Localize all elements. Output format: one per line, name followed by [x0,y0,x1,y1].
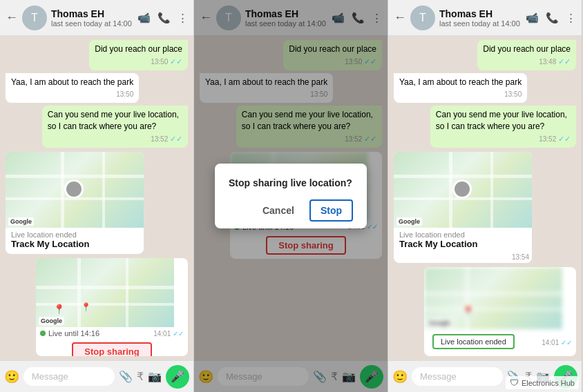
chat-input-1: 🙂 Message 📎 ₹ 📷 🎤 [0,360,193,392]
panel-2: ← T Thomas EH last seen today at 14:00 📹… [194,0,388,392]
chat-header-1: ← T Thomas EH last seen today at 14:00 📹… [0,0,193,36]
msg-time: 13:50 [11,90,133,99]
avatar-1: T [22,6,47,30]
stop-sharing-dialog: Stop sharing live location? Cancel Stop [215,164,367,228]
more-icon-1[interactable]: ⋮ [178,12,188,24]
rupee-icon-1[interactable]: ₹ [137,370,144,383]
msg-time: 13:48 ✓✓ [483,57,571,67]
msg-time: 13:50 ✓✓ [95,57,182,67]
google-label-3: Google [396,217,422,226]
emoji-icon-1[interactable]: 🙂 [4,369,19,384]
track-my-location-label-3: Track My Location [399,239,526,249]
google-label-ended: Google [427,319,452,327]
msg-text: Can you send me your live location, so I… [48,110,179,131]
video-call-icon-1[interactable]: 📹 [137,12,151,24]
live-map-card-1: 📍 📍 Google Live until 14:16 14:01 ✓✓ Sto… [36,258,188,356]
live-time: 14:01 ✓✓ [153,330,184,337]
live-map-image-ended: 📍 Google [424,267,562,329]
dialog-cancel-button[interactable]: Cancel [253,199,304,222]
contact-name-3: Thomas EH [439,8,522,19]
header-info-3: Thomas EH last seen today at 14:00 [439,8,522,28]
msg-time: 13:52 ✓✓ [48,134,182,144]
msg-text: Did you reach our place [95,44,182,54]
contact-name-1: Thomas EH [51,8,133,19]
msg-text: Yaa, I am about to reach the park [11,77,133,87]
msg-text: Yaa, I am about to reach the park [399,77,522,87]
dialog-title: Stop sharing live location? [229,177,353,188]
attach-icon-1[interactable]: 📎 [119,370,133,383]
live-until-text: Live until 14:16 [48,329,99,337]
track-my-location-label: Track My Location [11,239,138,249]
message-3-3: Can you send me your live location, so I… [430,106,576,148]
map-card-time: 13:54 [6,252,144,254]
message-1-1: Did you reach our place 13:50 ✓✓ [89,40,188,70]
back-button-1[interactable]: ← [6,10,18,25]
dialog-overlay: Stop sharing live location? Cancel Stop [194,0,388,392]
ended-time: 14:01 ✓✓ [542,339,572,346]
watermark-text: Electronics Hub [522,379,575,387]
live-dot [40,331,46,336]
message-1-2: Yaa, I am about to reach the park 13:50 [6,73,139,103]
map-user-pin-3 [452,179,472,199]
location-ended-text-3: Live location ended [399,231,526,239]
contact-status-3: last seen today at 14:00 [439,19,522,28]
back-button-3[interactable]: ← [394,10,406,25]
msg-time: 13:52 ✓✓ [436,134,571,144]
location-ended-badge: Live location ended [432,334,515,349]
stop-sharing-button-1[interactable]: Stop sharing [72,342,151,356]
header-info-1: Thomas EH last seen today at 14:00 [51,8,133,28]
map-card-ended-1: Google Live location ended Track My Loca… [6,152,144,254]
dialog-actions: Cancel Stop [229,199,353,222]
more-icon-3[interactable]: ⋮ [566,12,576,24]
camera-icon-1[interactable]: 📷 [148,370,162,383]
map-image-1: Google [6,152,144,228]
message-1-3: Can you send me your live location, so I… [42,106,188,148]
chat-body-3: Did you reach our place 13:48 ✓✓ Yaa, I … [388,36,582,360]
watermark: 🛡 Electronics Hub [506,376,579,389]
emoji-icon-3[interactable]: 🙂 [392,369,408,384]
message-input-1[interactable]: Message [23,367,115,386]
location-pin-icon-3: 📍 [462,306,474,317]
location-pin-icon: 📍 [53,304,65,315]
live-badge: Live until 14:16 14:01 ✓✓ [36,327,188,340]
phone-icon-1[interactable]: 📞 [157,12,171,24]
dialog-stop-button[interactable]: Stop [309,199,353,222]
message-3-2: Yaa, I am about to reach the park 13:50 [394,73,527,103]
message-3-1: Did you reach our place 13:48 ✓✓ [477,40,576,70]
google-label-live: Google [39,317,64,325]
watermark-icon: 🛡 [510,378,519,388]
map-card-time-3: 13:54 [394,252,532,263]
map-marker-icon: 📍 [81,302,91,312]
panel-3: ← T Thomas EH last seen today at 14:00 📹… [388,0,582,392]
map-card-footer-3: Live location ended Track My Location [394,228,532,252]
msg-text: Can you send me your live location, so I… [436,110,567,131]
phone-icon-3[interactable]: 📞 [546,12,559,24]
header-icons-1: 📹 📞 ⋮ [137,12,188,24]
msg-time: 13:50 [399,90,522,99]
map-card-ended-3: Google Live location ended Track My Loca… [394,152,532,263]
video-call-icon-3[interactable]: 📹 [526,12,539,24]
google-label: Google [8,217,34,226]
location-ended-text: Live location ended [11,231,138,239]
map-user-pin [64,179,84,199]
ended-footer: Live location ended 14:01 ✓✓ [424,329,576,356]
message-input-3[interactable]: Message [412,367,503,386]
live-map-card-3-ended: 📍 Google Live location ended 14:01 ✓✓ [424,267,576,356]
avatar-3: T [410,6,435,30]
panel-1: ← T Thomas EH last seen today at 14:00 📹… [0,0,194,392]
contact-status-1: last seen today at 14:00 [51,19,133,28]
live-map-image: 📍 📍 Google [36,258,174,327]
header-icons-3: 📹 📞 ⋮ [526,12,576,24]
mic-button-1[interactable]: 🎤 [166,365,189,389]
chat-body-1: Did you reach our place 13:50 ✓✓ Yaa, I … [0,36,193,360]
chat-header-3: ← T Thomas EH last seen today at 14:00 📹… [388,0,582,36]
map-image-3: Google [394,152,532,228]
msg-text: Did you reach our place [483,44,571,54]
map-card-footer: Live location ended Track My Location [6,228,144,252]
